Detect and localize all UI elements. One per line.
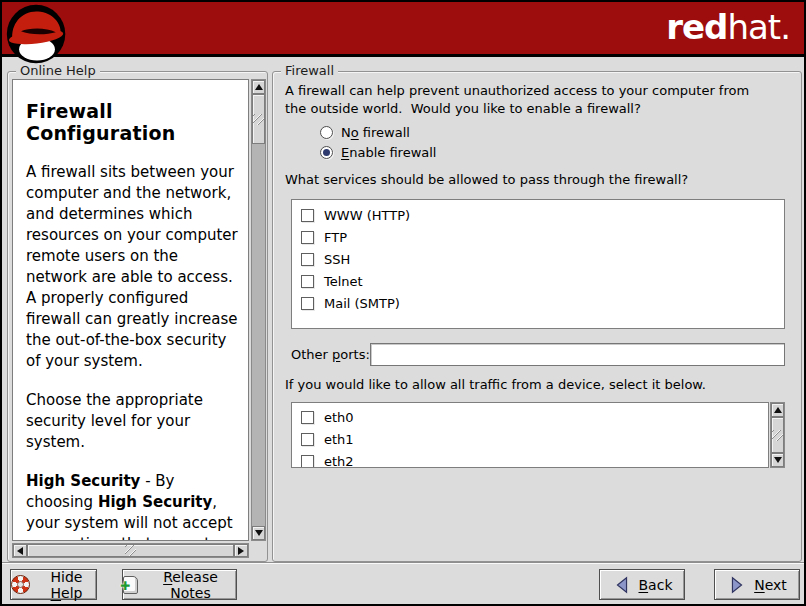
- next-label: Next: [754, 577, 787, 593]
- checkbox-icon[interactable]: [301, 209, 314, 222]
- devices-list[interactable]: eth0 eth1 eth2: [291, 402, 769, 468]
- service-label: WWW (HTTP): [324, 208, 410, 223]
- arrow-up-icon: [255, 84, 263, 90]
- scroll-up-button[interactable]: [252, 80, 265, 94]
- services-list[interactable]: WWW (HTTP) FTP SSH Telnet Mail (SMTP): [291, 199, 785, 329]
- release-notes-label: Release Notes: [145, 569, 236, 601]
- service-label: Mail (SMTP): [324, 296, 400, 311]
- device-label: eth2: [324, 454, 354, 469]
- device-label: eth1: [324, 432, 354, 447]
- arrow-down-icon: [774, 457, 782, 463]
- devices-note: If you would like to allow all traffic f…: [285, 377, 706, 392]
- scroll-down-button[interactable]: [252, 526, 265, 540]
- firewall-frame-label: Firewall: [281, 63, 338, 78]
- checkbox-icon[interactable]: [301, 455, 314, 468]
- wordmark-hat: hat: [727, 7, 780, 47]
- radio-enable-firewall[interactable]: Enable firewall: [320, 145, 437, 160]
- wordmark-period: .: [780, 7, 790, 47]
- service-label: SSH: [324, 252, 350, 267]
- checkbox-icon[interactable]: [301, 231, 314, 244]
- redhat-wordmark: redhat.: [666, 7, 790, 47]
- service-row-www-http[interactable]: WWW (HTTP): [292, 204, 784, 226]
- service-row-ftp[interactable]: FTP: [292, 226, 784, 248]
- service-row-ssh[interactable]: SSH: [292, 248, 784, 270]
- help-horizontal-scrollbar[interactable]: [12, 543, 249, 558]
- release-notes-page-icon: [123, 576, 138, 594]
- bottom-separator: [2, 562, 804, 564]
- online-help-panel: Online Help Firewall Configuration A fir…: [7, 71, 268, 562]
- help-paragraph-3: High Security - By choosing High Securit…: [26, 471, 242, 541]
- release-notes-button[interactable]: Release Notes: [122, 569, 237, 600]
- lifebuoy-icon: [11, 575, 30, 594]
- installer-window: redhat. Online Help Firewall Configurati…: [0, 0, 806, 606]
- checkbox-icon[interactable]: [301, 253, 314, 266]
- radio-enable-firewall-label: Enable firewall: [341, 145, 437, 160]
- radio-no-firewall-label: No firewall: [341, 125, 410, 140]
- arrow-left-icon: [612, 575, 632, 595]
- help-bold-high-security-1: High Security: [26, 472, 140, 490]
- firewall-panel: Firewall A firewall can help prevent una…: [272, 71, 802, 562]
- other-ports-row: Other ports:: [291, 343, 785, 366]
- checkbox-icon[interactable]: [301, 297, 314, 310]
- arrow-up-icon: [774, 407, 782, 413]
- next-button[interactable]: Next: [714, 569, 800, 600]
- thumb-grip-icon: [253, 95, 264, 143]
- redhat-shadowman-logo-icon: [4, 2, 70, 68]
- help-content-view: Firewall Configuration A firewall sits b…: [12, 79, 249, 541]
- back-label: Back: [639, 577, 673, 593]
- arrow-right-icon: [238, 547, 244, 555]
- devices-vscroll-thumb[interactable]: [771, 417, 784, 453]
- devices-section: eth0 eth1 eth2: [291, 402, 785, 468]
- help-vertical-scrollbar[interactable]: [251, 79, 266, 541]
- help-paragraph-1: A firewall sits between your computer an…: [26, 162, 242, 372]
- checkbox-icon[interactable]: [301, 411, 314, 424]
- service-label: Telnet: [324, 274, 363, 289]
- other-ports-input[interactable]: [370, 343, 785, 366]
- arrow-down-icon: [255, 530, 263, 536]
- radio-button-icon[interactable]: [320, 126, 333, 139]
- thumb-grip-icon: [772, 418, 783, 452]
- device-row-eth0[interactable]: eth0: [292, 406, 768, 428]
- firewall-intro-text: A firewall can help prevent unauthorized…: [285, 82, 769, 118]
- devices-vertical-scrollbar[interactable]: [770, 402, 785, 468]
- device-row-eth2[interactable]: eth2: [292, 450, 768, 468]
- help-paragraph-2: Choose the appropriate security level fo…: [26, 390, 242, 453]
- scroll-left-button[interactable]: [13, 544, 27, 557]
- header-banner: redhat.: [2, 2, 804, 57]
- radio-no-firewall[interactable]: No firewall: [320, 125, 437, 140]
- service-row-mail-smtp[interactable]: Mail (SMTP): [292, 292, 784, 314]
- device-label: eth0: [324, 410, 354, 425]
- hide-help-label: Hide Help: [37, 569, 96, 601]
- device-row-eth1[interactable]: eth1: [292, 428, 768, 450]
- help-title: Firewall Configuration: [26, 100, 242, 144]
- scroll-track[interactable]: [252, 144, 265, 526]
- checkbox-icon[interactable]: [301, 433, 314, 446]
- checkbox-icon[interactable]: [301, 275, 314, 288]
- hide-help-button[interactable]: Hide Help: [10, 569, 97, 600]
- service-label: FTP: [324, 230, 347, 245]
- thumb-grip-icon: [28, 545, 233, 556]
- help-bold-high-security-2: High Security: [98, 493, 212, 511]
- services-question: What services should be allowed to pass …: [285, 172, 688, 187]
- arrow-left-icon: [17, 547, 23, 555]
- back-button[interactable]: Back: [599, 569, 685, 600]
- scroll-down-button[interactable]: [771, 453, 784, 467]
- help-hscroll-thumb[interactable]: [27, 544, 234, 557]
- help-vscroll-thumb[interactable]: [252, 94, 265, 144]
- arrow-right-icon: [727, 575, 747, 595]
- radio-button-selected-icon[interactable]: [320, 146, 333, 159]
- scroll-right-button[interactable]: [234, 544, 248, 557]
- service-row-telnet[interactable]: Telnet: [292, 270, 784, 292]
- firewall-radio-group: No firewall Enable firewall: [320, 125, 437, 160]
- wordmark-red: red: [666, 7, 727, 47]
- other-ports-label: Other ports:: [291, 347, 370, 362]
- scroll-up-button[interactable]: [771, 403, 784, 417]
